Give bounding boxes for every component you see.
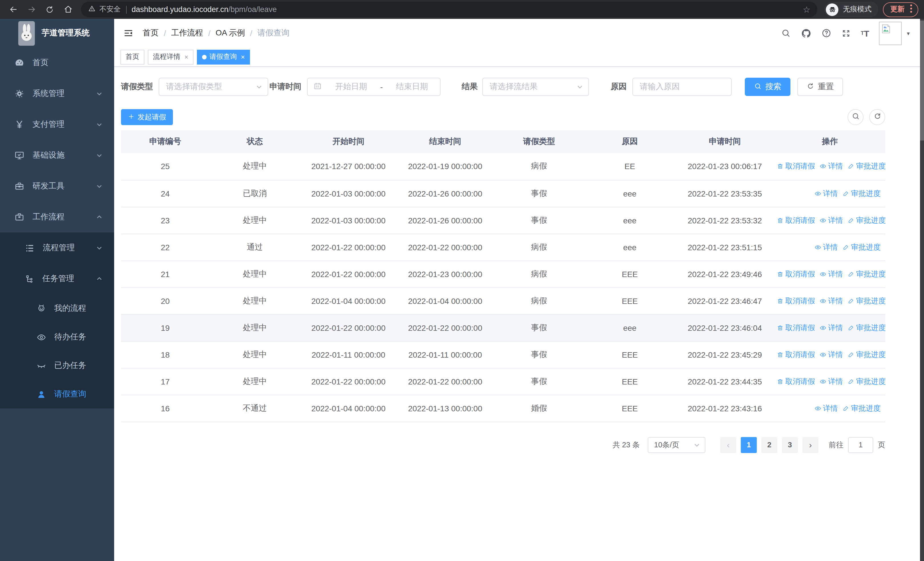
action-detail-link[interactable]: 详情 bbox=[819, 296, 843, 306]
browser-update-button[interactable]: 更新 bbox=[883, 2, 918, 17]
menu-dots-icon[interactable] bbox=[910, 4, 913, 15]
action-progress-link[interactable]: 审批进度 bbox=[842, 188, 880, 199]
sidebar-item-label: 任务管理 bbox=[42, 274, 74, 284]
user-avatar[interactable] bbox=[879, 21, 902, 45]
app-logo[interactable]: 芋道管理系统 bbox=[0, 19, 114, 47]
action-progress-link[interactable]: 审批进度 bbox=[848, 376, 886, 387]
prev-page-button[interactable]: ‹ bbox=[720, 437, 736, 453]
cell-status: 处理中 bbox=[210, 314, 300, 341]
page-scrollbar[interactable] bbox=[920, 19, 924, 561]
page-size-select[interactable]: 10条/页 bbox=[648, 437, 705, 453]
reason-input[interactable]: 请输入原因 bbox=[632, 78, 732, 96]
table-row[interactable]: 25 处理中 2021-12-27 00:00:00 2022-01-19 00… bbox=[121, 153, 885, 180]
action-cancel-link[interactable]: 取消请假 bbox=[777, 161, 815, 171]
breadcrumb-item-首页[interactable]: 首页 bbox=[142, 28, 159, 38]
search-button[interactable]: 搜索 bbox=[745, 78, 790, 96]
sidebar-item-请假查询[interactable]: 请假查询 bbox=[0, 380, 114, 409]
table-row[interactable]: 16 不通过 2022-01-04 00:00:00 2022-01-13 00… bbox=[121, 395, 885, 422]
table-row[interactable]: 17 处理中 2022-01-22 00:00:00 2022-01-22 00… bbox=[121, 368, 885, 395]
fullscreen-icon[interactable] bbox=[842, 28, 851, 38]
sidebar-fold-icon[interactable] bbox=[123, 28, 134, 38]
page-button-2[interactable]: 2 bbox=[761, 437, 777, 453]
action-detail-link[interactable]: 详情 bbox=[814, 188, 838, 199]
edit-pen-icon bbox=[848, 271, 854, 277]
sidebar-item-任务管理[interactable]: 任务管理 bbox=[0, 263, 114, 294]
font-size-icon[interactable]: TT bbox=[861, 29, 869, 38]
table-row[interactable]: 20 处理中 2022-01-04 00:00:00 2022-01-04 00… bbox=[121, 287, 885, 314]
leave-type-select[interactable]: 请选择请假类型 bbox=[159, 78, 268, 96]
avatar-caret-icon[interactable]: ▾ bbox=[907, 30, 910, 36]
table-row[interactable]: 19 处理中 2022-01-22 00:00:00 2022-01-22 00… bbox=[121, 314, 885, 341]
action-progress-link[interactable]: 审批进度 bbox=[848, 269, 886, 279]
tab-请假查询[interactable]: 请假查询× bbox=[197, 50, 250, 64]
action-cancel-link[interactable]: 取消请假 bbox=[777, 322, 815, 333]
action-cancel-link[interactable]: 取消请假 bbox=[777, 269, 815, 279]
sidebar-item-基础设施[interactable]: 基础设施 bbox=[0, 140, 114, 171]
bookmark-star-icon[interactable]: ☆ bbox=[803, 4, 810, 15]
sidebar-item-已办任务[interactable]: 已办任务 bbox=[0, 351, 114, 380]
action-progress-link[interactable]: 审批进度 bbox=[842, 403, 880, 413]
reload-icon[interactable] bbox=[42, 2, 57, 17]
action-detail-link[interactable]: 详情 bbox=[819, 322, 843, 333]
security-chip[interactable]: 不安全 bbox=[88, 5, 121, 14]
sidebar-item-待办任务[interactable]: 待办任务 bbox=[0, 323, 114, 351]
navbar-actions: TT ▾ bbox=[771, 21, 910, 45]
close-icon[interactable]: × bbox=[184, 53, 188, 61]
next-page-button[interactable]: › bbox=[802, 437, 818, 453]
action-progress-link[interactable]: 审批进度 bbox=[848, 215, 886, 226]
table-row[interactable]: 22 通过 2022-01-22 00:00:00 2022-01-22 00:… bbox=[121, 234, 885, 260]
github-icon[interactable] bbox=[801, 28, 812, 39]
sidebar-item-研发工具[interactable]: 研发工具 bbox=[0, 171, 114, 202]
apply-time-range-input[interactable]: 开始日期 - 结束日期 bbox=[307, 78, 441, 96]
sidebar-item-我的流程[interactable]: 我的流程 bbox=[0, 294, 114, 323]
tab-流程详情[interactable]: 流程详情× bbox=[148, 50, 194, 64]
create-leave-button[interactable]: 发起请假 bbox=[121, 109, 173, 125]
scrollbar-thumb[interactable] bbox=[920, 21, 924, 141]
toggle-search-button[interactable] bbox=[848, 109, 864, 125]
breadcrumb-item-工作流程[interactable]: 工作流程 bbox=[171, 28, 203, 38]
close-icon[interactable]: × bbox=[241, 53, 245, 61]
action-cancel-link[interactable]: 取消请假 bbox=[777, 349, 815, 359]
breadcrumb-item-OA 示例[interactable]: OA 示例 bbox=[216, 28, 245, 38]
table-row[interactable]: 23 处理中 2022-01-03 00:00:00 2022-01-26 00… bbox=[121, 207, 885, 234]
action-detail-link[interactable]: 详情 bbox=[819, 349, 843, 359]
action-progress-link[interactable]: 审批进度 bbox=[848, 161, 886, 171]
search-icon[interactable] bbox=[781, 28, 791, 38]
sidebar-item-支付管理[interactable]: 支付管理 bbox=[0, 109, 114, 140]
action-progress-link[interactable]: 审批进度 bbox=[848, 296, 886, 306]
action-progress-link[interactable]: 审批进度 bbox=[848, 349, 886, 359]
sidebar-item-流程管理[interactable]: 流程管理 bbox=[0, 233, 114, 263]
goto-label: 前往 bbox=[829, 439, 843, 450]
action-cancel-link[interactable]: 取消请假 bbox=[777, 296, 815, 306]
address-bar[interactable]: 不安全 dashboard.yudao.iocoder.cn/bpm/oa/le… bbox=[81, 2, 817, 17]
goto-page-input[interactable] bbox=[848, 437, 873, 453]
action-detail-link[interactable]: 详情 bbox=[814, 403, 838, 413]
action-cancel-link[interactable]: 取消请假 bbox=[777, 376, 815, 387]
refresh-table-button[interactable] bbox=[869, 109, 885, 125]
table-row[interactable]: 24 已取消 2022-01-03 00:00:00 2022-01-26 00… bbox=[121, 180, 885, 207]
forward-icon[interactable] bbox=[24, 2, 39, 17]
action-detail-link[interactable]: 详情 bbox=[819, 161, 843, 171]
action-detail-link[interactable]: 详情 bbox=[819, 376, 843, 387]
sidebar-item-系统管理[interactable]: 系统管理 bbox=[0, 78, 114, 109]
page-button-1[interactable]: 1 bbox=[741, 437, 757, 453]
action-detail-link[interactable]: 详情 bbox=[819, 269, 843, 279]
action-progress-link[interactable]: 审批进度 bbox=[848, 322, 886, 333]
page-button-3[interactable]: 3 bbox=[782, 437, 798, 453]
action-detail-link[interactable]: 详情 bbox=[819, 215, 843, 226]
action-detail-link[interactable]: 详情 bbox=[814, 242, 838, 252]
home-icon[interactable] bbox=[60, 2, 75, 17]
tab-首页[interactable]: 首页 bbox=[120, 50, 144, 64]
help-icon[interactable] bbox=[822, 28, 832, 38]
sidebar-item-工作流程[interactable]: 工作流程 bbox=[0, 202, 114, 233]
app-shell: 芋道管理系统 首页系统管理支付管理基础设施研发工具工作流程流程管理任务管理我的流… bbox=[0, 19, 924, 561]
result-select[interactable]: 请选择流结果 bbox=[482, 78, 589, 96]
reset-button[interactable]: 重置 bbox=[797, 78, 843, 96]
table-row[interactable]: 18 处理中 2022-01-11 00:00:00 2022-01-11 00… bbox=[121, 341, 885, 368]
action-progress-link[interactable]: 审批进度 bbox=[842, 242, 880, 252]
sidebar-item-首页[interactable]: 首页 bbox=[0, 47, 114, 78]
back-icon[interactable] bbox=[6, 2, 21, 17]
table-row[interactable]: 21 处理中 2022-01-22 00:00:00 2022-01-23 00… bbox=[121, 260, 885, 287]
action-cancel-link[interactable]: 取消请假 bbox=[777, 215, 815, 226]
sidebar-item-label: 流程管理 bbox=[43, 243, 75, 253]
